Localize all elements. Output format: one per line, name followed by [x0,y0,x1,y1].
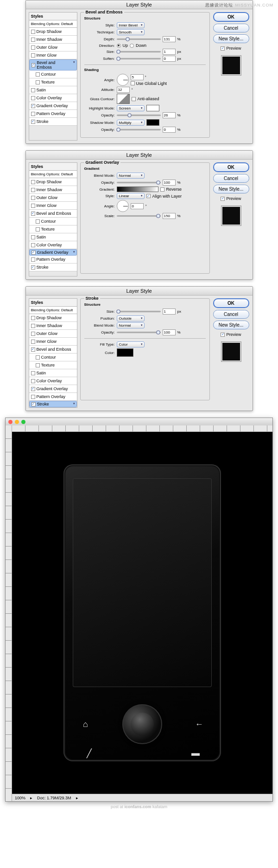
ok-button[interactable]: OK [213,298,249,308]
styles-header[interactable]: Styles [29,163,77,171]
checkbox[interactable] [36,363,40,367]
sidebar-stroke[interactable]: ✓Stroke [29,118,77,126]
size-value[interactable]: 1 [163,49,176,55]
checkbox[interactable] [31,180,35,184]
checkbox[interactable] [31,112,35,116]
new-style-button[interactable]: New Style... [213,185,249,193]
sidebar-color-overlay[interactable]: Color Overlay [29,94,77,102]
styles-header[interactable]: Styles [29,299,77,307]
checkbox[interactable] [31,379,35,383]
sidebar-outer-glow[interactable]: Outer Glow [29,44,77,51]
checkbox[interactable] [36,219,40,224]
opacity-value[interactable]: 100 [163,329,176,335]
sidebar-drop-shadow[interactable]: Drop Shadow [29,314,77,322]
reverse-checkbox[interactable] [160,187,164,192]
checkbox-checked[interactable]: ✓ [32,251,36,255]
window-titlebar[interactable] [6,418,272,425]
shadow-opacity-value[interactable]: 0 [163,127,176,133]
align-checkbox[interactable]: ✓ [146,194,151,198]
highlight-mode-select[interactable]: Screen [117,105,145,111]
sidebar-pattern-overlay[interactable]: Pattern Overlay [29,256,77,264]
zoom-icon[interactable]: ▸ [30,796,32,800]
style-select[interactable]: Linear [117,193,145,199]
blending-options[interactable]: Blending Options: Default [29,171,77,178]
checkbox-checked[interactable]: ✓ [31,104,35,108]
highlight-opacity-slider[interactable] [117,115,161,116]
status-arrow-icon[interactable]: ▸ [76,796,78,800]
style-select[interactable]: Inner Bevel [117,22,145,28]
horizontal-ruler[interactable] [12,425,272,432]
new-style-button[interactable]: New Style... [213,34,249,43]
highlight-opacity-value[interactable]: 26 [163,112,176,118]
opacity-slider[interactable] [117,332,161,333]
gradient-strip[interactable] [117,186,158,192]
checkbox[interactable] [36,355,40,360]
close-traffic-light[interactable] [8,420,13,424]
checkbox[interactable] [31,332,35,336]
checkbox[interactable] [31,96,35,100]
sidebar-satin[interactable]: Satin [29,369,77,377]
document-canvas[interactable]: ⌂ ← ╱ ▬ [12,432,272,794]
angle-wheel[interactable] [117,74,129,86]
sidebar-color-overlay[interactable]: Color Overlay [29,377,77,385]
radio-down[interactable] [130,44,134,48]
opacity-slider[interactable] [117,182,161,183]
styles-header[interactable]: Styles [29,13,77,20]
checkbox[interactable] [31,196,35,200]
stroke-color-swatch[interactable] [117,348,133,357]
shadow-mode-select[interactable]: Multiply [117,120,145,126]
sidebar-pattern-overlay[interactable]: Pattern Overlay [29,393,77,401]
sidebar-satin[interactable]: Satin [29,86,77,94]
checkbox[interactable] [31,53,35,58]
sidebar-inner-shadow[interactable]: Inner Shadow [29,322,77,330]
preview-checkbox[interactable]: ✓ [221,197,225,201]
sidebar-texture[interactable]: Texture [29,361,77,369]
checkbox[interactable] [36,80,40,84]
checkbox[interactable] [31,316,35,320]
highlight-color-swatch[interactable] [146,105,159,111]
preview-checkbox[interactable]: ✓ [221,46,225,51]
sidebar-inner-shadow[interactable]: Inner Shadow [29,186,77,194]
zoom-traffic-light[interactable] [21,420,25,424]
size-value[interactable]: 1 [163,309,176,315]
shadow-opacity-slider[interactable] [117,129,161,130]
new-style-button[interactable]: New Style... [213,321,249,329]
zoom-level[interactable]: 100% [15,796,25,800]
minimize-traffic-light[interactable] [15,420,19,424]
sidebar-inner-glow[interactable]: Inner Glow [29,51,77,59]
cancel-button[interactable]: Cancel [213,24,249,32]
sidebar-stroke[interactable]: ✓Stroke [29,401,77,407]
checkbox[interactable] [31,204,35,208]
sidebar-texture[interactable]: Texture [29,78,77,86]
size-slider[interactable] [117,51,161,52]
checkbox[interactable] [31,30,35,34]
fill-type-select[interactable]: Color [117,341,145,347]
doc-size[interactable]: Doc: 1.79M/29.3M [37,796,71,800]
soften-slider[interactable] [117,58,161,59]
checkbox[interactable] [31,395,35,399]
angle-wheel[interactable] [117,200,129,212]
sidebar-gradient-overlay[interactable]: ✓Gradient Overlay [29,385,77,393]
sidebar-inner-shadow[interactable]: Inner Shadow [29,36,77,44]
sidebar-outer-glow[interactable]: Outer Glow [29,330,77,338]
checkbox[interactable] [36,72,40,77]
angle-value[interactable]: 0 [131,203,144,209]
cancel-button[interactable]: Cancel [213,310,249,319]
checkbox[interactable] [31,243,35,247]
blending-options[interactable]: Blending Options: Default [29,307,77,314]
position-select[interactable]: Outside [117,315,145,321]
scale-value[interactable]: 150 [163,213,176,219]
antialias-checkbox[interactable] [132,97,136,101]
vertical-ruler[interactable] [6,425,12,801]
angle-value[interactable]: 5 [131,74,144,80]
sidebar-contour[interactable]: Contour [29,71,77,78]
checkbox-checked[interactable]: ✓ [31,120,35,124]
checkbox-checked[interactable]: ✓ [31,265,35,270]
sidebar-inner-glow[interactable]: Inner Glow [29,338,77,346]
sidebar-stroke[interactable]: ✓Stroke [29,264,77,271]
checkbox-checked[interactable]: ✓ [31,347,35,352]
sidebar-drop-shadow[interactable]: Drop Shadow [29,178,77,186]
sidebar-inner-glow[interactable]: Inner Glow [29,202,77,210]
checkbox[interactable] [31,324,35,328]
sidebar-texture[interactable]: Texture [29,225,77,233]
